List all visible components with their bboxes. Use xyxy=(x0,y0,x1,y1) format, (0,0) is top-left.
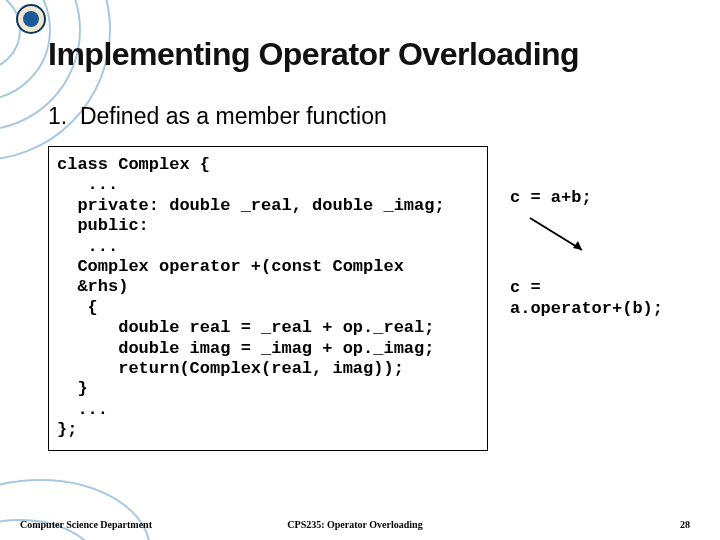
expanded-expression-line2: a.operator+(b); xyxy=(510,299,663,319)
annotation-panel: c = a+b; c = a.operator+(b); xyxy=(510,146,663,319)
slide-footer: Computer Science Department CPS235: Oper… xyxy=(0,519,720,530)
code-block: class Complex { ... private: double _rea… xyxy=(48,146,488,451)
page-number: 28 xyxy=(467,519,690,530)
institution-logo xyxy=(16,4,46,34)
expanded-expression-line1: c = xyxy=(510,278,663,298)
short-expression: c = a+b; xyxy=(510,188,663,208)
svg-line-6 xyxy=(530,218,582,250)
footer-department: Computer Science Department xyxy=(20,519,243,530)
footer-course: CPS235: Operator Overloading xyxy=(243,519,466,530)
svg-point-4 xyxy=(0,480,150,540)
slide-subtitle: 1. Defined as a member function xyxy=(48,103,682,130)
arrow-icon xyxy=(524,214,594,260)
slide-title: Implementing Operator Overloading xyxy=(48,36,682,73)
